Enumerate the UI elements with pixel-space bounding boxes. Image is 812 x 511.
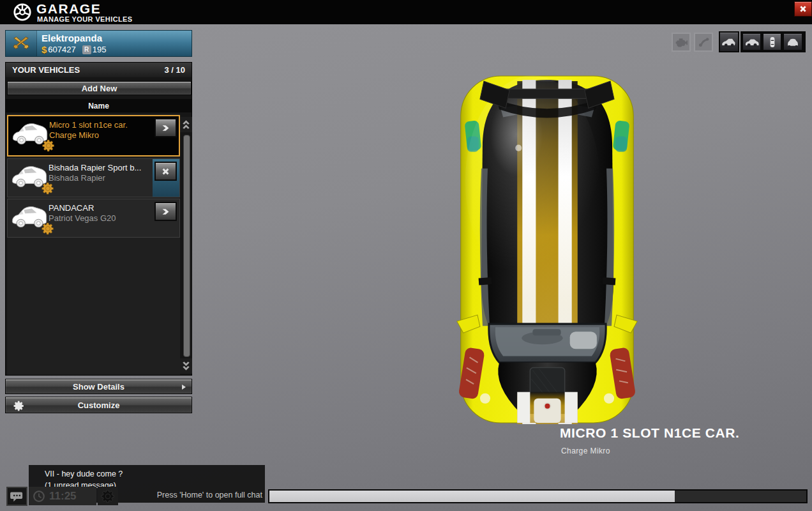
arrow-icon bbox=[160, 123, 172, 133]
vehicles-count: 3 / 10 bbox=[164, 65, 192, 75]
horn-icon bbox=[697, 36, 710, 49]
show-details-button[interactable]: Show Details bbox=[5, 379, 192, 394]
clock-widget: 11:25 bbox=[29, 487, 96, 505]
open-vehicle-button[interactable] bbox=[154, 118, 177, 137]
vehicle-row[interactable]: Bishada Rapier Sport b... Bishada Rapier bbox=[7, 158, 180, 197]
scroll-down-button[interactable] bbox=[180, 358, 192, 374]
show-details-label: Show Details bbox=[73, 382, 124, 392]
gear-icon bbox=[100, 489, 116, 504]
engine-icon bbox=[675, 36, 688, 49]
view-top-button[interactable] bbox=[763, 33, 781, 50]
view-side-button[interactable] bbox=[742, 33, 761, 50]
chat-message: VII - hey dude come ? bbox=[45, 469, 123, 478]
delete-vehicle-button[interactable] bbox=[154, 162, 177, 181]
cash-value: 607427 bbox=[48, 45, 75, 54]
clock-icon bbox=[33, 490, 45, 503]
title-bar: GARAGE MANAGE YOUR VEHICLES bbox=[0, 0, 812, 24]
rating-value: 195 bbox=[93, 45, 107, 54]
engine-button-disabled[interactable] bbox=[672, 33, 691, 52]
list-scrollbar[interactable] bbox=[180, 117, 192, 374]
player-card: Elektropanda $ 607427 R 195 bbox=[5, 30, 192, 57]
vehicles-header: YOUR VEHICLES 3 / 10 bbox=[6, 63, 192, 77]
view-front-button[interactable] bbox=[783, 33, 802, 50]
close-icon bbox=[798, 4, 808, 14]
chevron-up-icon bbox=[181, 119, 191, 130]
vehicle-subtitle: Patriot Vegas G20 bbox=[49, 213, 116, 224]
gear-icon bbox=[41, 181, 55, 195]
vehicle-row[interactable]: PANDACAR Patriot Vegas G20 bbox=[7, 199, 180, 238]
vehicle-subtitle: Charge Mikro bbox=[49, 130, 99, 141]
gear-icon bbox=[41, 222, 55, 236]
page-subtitle: MANAGE YOUR VEHICLES bbox=[37, 15, 133, 23]
crossed-wrenches-icon bbox=[6, 31, 37, 56]
vehicles-panel: YOUR VEHICLES 3 / 10 Add New Name Micro … bbox=[5, 62, 192, 376]
gear-icon bbox=[13, 400, 25, 412]
customize-label: Customize bbox=[78, 400, 120, 410]
cash-icon: $ bbox=[41, 44, 47, 55]
vehicle-3d-view[interactable] bbox=[455, 72, 640, 429]
expand-arrow-icon bbox=[182, 385, 186, 390]
chat-button[interactable] bbox=[6, 487, 27, 506]
vehicle-display-title: MICRO 1 SLOT N1CE CAR. bbox=[560, 425, 740, 441]
car-top-view-icon bbox=[766, 35, 779, 49]
add-new-button[interactable]: Add New bbox=[7, 81, 192, 95]
wheel-icon bbox=[13, 3, 32, 22]
vehicle-title: Bishada Rapier Sport b... bbox=[49, 163, 157, 173]
rating-icon: R bbox=[82, 45, 91, 54]
name-column-header[interactable]: Name bbox=[6, 99, 192, 112]
scroll-up-button[interactable] bbox=[180, 117, 192, 132]
progress-fill bbox=[269, 491, 675, 502]
player-name: Elektropanda bbox=[41, 33, 102, 43]
car-3quarter-view-icon bbox=[721, 36, 737, 48]
settings-button[interactable] bbox=[98, 487, 118, 505]
arrow-icon bbox=[160, 206, 172, 217]
gear-icon bbox=[41, 139, 56, 153]
close-button[interactable] bbox=[794, 1, 812, 17]
vehicle-title: PANDACAR bbox=[49, 203, 157, 213]
vehicle-display-subtitle: Charge Mikro bbox=[561, 446, 610, 455]
vehicle-title: Micro 1 slot n1ce car. bbox=[49, 120, 158, 130]
player-currency: $ 607427 R 195 bbox=[41, 44, 106, 55]
vehicle-subtitle: Bishada Rapier bbox=[49, 173, 105, 183]
car-front-view-icon bbox=[786, 36, 800, 48]
vehicles-header-label: YOUR VEHICLES bbox=[6, 65, 80, 75]
view-3quarter-button[interactable] bbox=[719, 31, 739, 52]
vehicle-row-selected[interactable]: Micro 1 slot n1ce car. Charge Mikro bbox=[7, 115, 180, 156]
customize-button[interactable]: Customize bbox=[5, 397, 192, 413]
chat-bubble-icon bbox=[10, 491, 24, 503]
car-side-view-icon bbox=[744, 36, 759, 48]
time-text: 11:25 bbox=[49, 490, 77, 503]
horn-button-disabled[interactable] bbox=[694, 33, 713, 52]
chevron-down-icon bbox=[181, 360, 191, 372]
page-title: GARAGE bbox=[36, 1, 101, 17]
garage-screen: GARAGE MANAGE YOUR VEHICLES Elektropanda… bbox=[0, 0, 812, 511]
scrollbar-thumb[interactable] bbox=[183, 135, 190, 357]
chat-hint: Press 'Home' to open full chat bbox=[157, 491, 262, 500]
open-vehicle-button[interactable] bbox=[154, 202, 177, 221]
close-icon bbox=[160, 166, 172, 177]
progress-bar bbox=[268, 489, 808, 503]
